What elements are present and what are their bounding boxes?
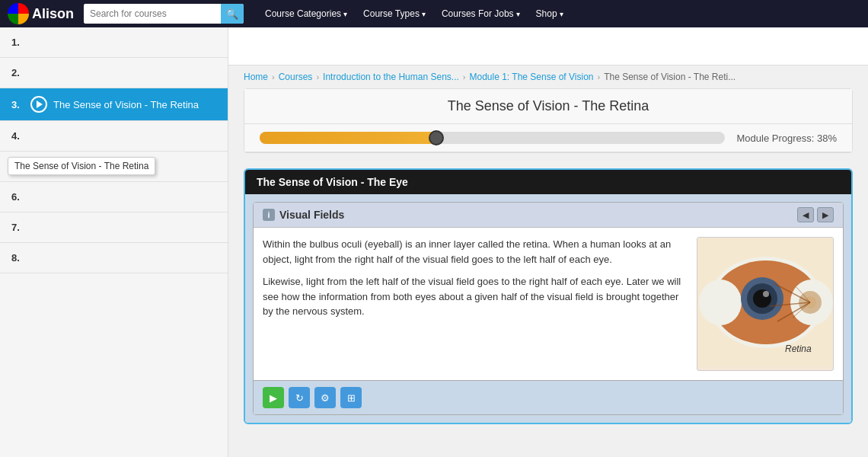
sidebar-num-8: 8.: [11, 252, 30, 264]
svg-text:Retina: Retina: [785, 344, 812, 354]
svg-point-8: [763, 291, 769, 297]
breadcrumb-intro[interactable]: Introduction to the Human Sens...: [323, 72, 459, 82]
chevron-down-icon: ▾: [560, 10, 563, 18]
nav-courses-for-jobs[interactable]: Courses For Jobs ▾: [436, 5, 526, 22]
logo-icon: [8, 3, 29, 24]
nav-course-categories[interactable]: Course Categories ▾: [259, 5, 353, 22]
sidebar-item-2[interactable]: 2.: [0, 58, 228, 88]
sidebar-item-6[interactable]: 6.: [0, 182, 228, 213]
nav-arrows: ◀ ▶: [797, 207, 834, 222]
eye-svg: Retina: [697, 238, 834, 367]
progress-track: [260, 132, 725, 144]
lesson-image: Retina: [697, 237, 834, 371]
header: Alison 🔍 Course Categories ▾ Course Type…: [0, 0, 868, 27]
sidebar-num-4: 4.: [11, 130, 30, 142]
sidebar-item-7[interactable]: 7.: [0, 213, 228, 243]
sidebar-label-3: The Sense of Vision - The Retina: [53, 99, 199, 110]
sidebar-num-3: 3.: [11, 99, 30, 110]
lesson-inner: i Visual Fields ◀ ▶ Within the bulbus oc…: [253, 202, 844, 415]
sidebar-item-1[interactable]: 1.: [0, 27, 228, 58]
logo-text: Alison: [32, 6, 74, 22]
breadcrumb-sep-1: ›: [272, 72, 275, 81]
search-input[interactable]: [84, 4, 221, 24]
breadcrumb-current: The Sense of Vision - The Reti...: [604, 72, 736, 82]
lesson-inner-header: i Visual Fields ◀ ▶: [254, 203, 843, 228]
chevron-down-icon: ▾: [343, 10, 347, 18]
lesson-paragraph-1: Within the bulbus oculi (eyeball) is an …: [263, 237, 685, 267]
lesson-section-title: i Visual Fields: [263, 209, 344, 221]
bottom-btn-4[interactable]: ⊞: [340, 387, 362, 408]
svg-point-7: [753, 289, 771, 308]
nav-prev-button[interactable]: ◀: [797, 207, 814, 222]
logo: Alison: [8, 3, 76, 24]
info-badge-icon: i: [263, 209, 275, 221]
lesson-body: Within the bulbus oculi (eyeball) is an …: [254, 228, 843, 380]
sidebar-item-3[interactable]: 3. The Sense of Vision - The Retina: [0, 88, 228, 121]
nav-shop[interactable]: Shop ▾: [530, 5, 570, 22]
chevron-down-icon: ▾: [516, 10, 520, 18]
sidebar-num-6: 6.: [11, 191, 30, 203]
lesson-header: The Sense of Vision - The Eye: [245, 170, 851, 194]
search-button[interactable]: 🔍: [221, 4, 244, 24]
sidebar-num-2: 2.: [11, 67, 30, 78]
sidebar-num-7: 7.: [11, 222, 30, 233]
section-title-text: Visual Fields: [279, 209, 344, 221]
sidebar: 1. 2. 3. The Sense of Vision - The Retin…: [0, 27, 228, 457]
lesson-content-wrapper: i Visual Fields ◀ ▶ Within the bulbus oc…: [245, 194, 851, 423]
progress-bar-row: Module Progress: 38%: [244, 124, 852, 152]
sidebar-item-4[interactable]: 4.: [0, 121, 228, 152]
breadcrumb-courses[interactable]: Courses: [279, 72, 313, 82]
breadcrumb-sep-4: ›: [598, 72, 601, 81]
sidebar-tooltip: The Sense of Vision - The Retina: [8, 157, 155, 175]
progress-label: Module Progress: 38%: [736, 133, 837, 144]
course-panel: The Sense of Vision - The Retina Module …: [244, 88, 853, 153]
content-area: Home › Courses › Introduction to the Hum…: [228, 27, 868, 457]
nav-next-button[interactable]: ▶: [817, 207, 834, 222]
main-layout: 1. 2. 3. The Sense of Vision - The Retin…: [0, 27, 868, 457]
bottom-btn-1[interactable]: ▶: [263, 387, 284, 408]
breadcrumb-home[interactable]: Home: [244, 72, 268, 82]
nav-course-types[interactable]: Course Types ▾: [357, 5, 432, 22]
play-triangle: [37, 101, 43, 108]
lesson-bottom-bar: ▶ ↻ ⚙ ⊞: [254, 380, 843, 414]
breadcrumb-module[interactable]: Module 1: The Sense of Vision: [470, 72, 594, 82]
lesson-frame: The Sense of Vision - The Eye i Visual F…: [244, 168, 853, 424]
progress-thumb: [429, 130, 444, 145]
svg-point-3: [699, 280, 742, 325]
breadcrumb: Home › Courses › Introduction to the Hum…: [228, 66, 868, 88]
lesson-paragraph-2: Likewise, light from the left half of th…: [263, 274, 685, 319]
bottom-btn-2[interactable]: ↻: [289, 387, 310, 408]
chevron-down-icon: ▾: [422, 10, 426, 18]
progress-fill: [260, 132, 436, 144]
lesson-text: Within the bulbus oculi (eyeball) is an …: [263, 237, 685, 371]
nav-items: Course Categories ▾ Course Types ▾ Cours…: [259, 5, 570, 22]
breadcrumb-sep-2: ›: [316, 72, 319, 81]
sidebar-item-8[interactable]: 8.: [0, 243, 228, 273]
course-title: The Sense of Vision - The Retina: [244, 89, 852, 124]
breadcrumb-sep-3: ›: [463, 72, 466, 81]
search-bar[interactable]: 🔍: [84, 4, 244, 24]
bottom-btn-3[interactable]: ⚙: [314, 387, 336, 408]
sidebar-num-1: 1.: [11, 37, 30, 48]
top-white-bar: [228, 27, 868, 66]
play-icon: [30, 96, 47, 113]
